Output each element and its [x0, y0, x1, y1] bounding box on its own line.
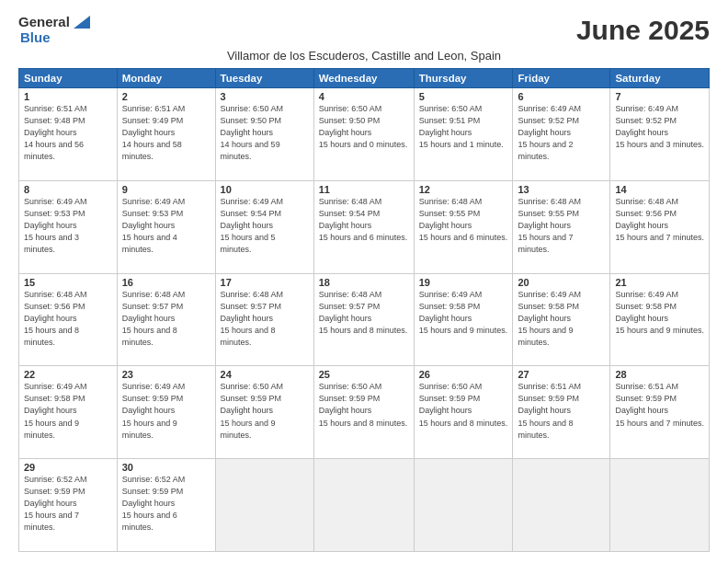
day-info: Sunrise: 6:51 AMSunset: 9:48 PMDaylight …: [24, 103, 112, 163]
table-row: 4Sunrise: 6:50 AMSunset: 9:50 PMDaylight…: [313, 88, 414, 181]
day-number: 22: [24, 369, 112, 380]
table-row: 3Sunrise: 6:50 AMSunset: 9:50 PMDaylight…: [215, 88, 313, 181]
day-number: 19: [419, 277, 508, 288]
title-block: June 2025: [576, 15, 710, 45]
day-info: Sunrise: 6:52 AMSunset: 9:59 PMDaylight …: [24, 474, 112, 534]
header: General Blue June 2025: [18, 15, 710, 45]
day-number: 29: [24, 462, 112, 473]
day-number: 27: [518, 369, 605, 380]
table-row: 8Sunrise: 6:49 AMSunset: 9:53 PMDaylight…: [19, 180, 118, 273]
table-row: 29Sunrise: 6:52 AMSunset: 9:59 PMDayligh…: [19, 459, 118, 552]
table-row: 11Sunrise: 6:48 AMSunset: 9:54 PMDayligh…: [313, 180, 414, 273]
col-tuesday: Tuesday: [215, 69, 313, 88]
table-row: 2Sunrise: 6:51 AMSunset: 9:49 PMDaylight…: [117, 88, 215, 181]
calendar-header-row: Sunday Monday Tuesday Wednesday Thursday…: [19, 69, 710, 88]
table-row: 17Sunrise: 6:48 AMSunset: 9:57 PMDayligh…: [215, 273, 313, 366]
day-info: Sunrise: 6:49 AMSunset: 9:58 PMDaylight …: [419, 289, 508, 337]
day-number: 4: [319, 91, 409, 102]
table-row: 20Sunrise: 6:49 AMSunset: 9:58 PMDayligh…: [513, 273, 610, 366]
table-row: 9Sunrise: 6:49 AMSunset: 9:53 PMDaylight…: [117, 180, 215, 273]
page: General Blue June 2025 Villamor de los E…: [0, 0, 728, 563]
col-sunday: Sunday: [19, 69, 118, 88]
day-number: 1: [24, 91, 112, 102]
day-info: Sunrise: 6:51 AMSunset: 9:49 PMDaylight …: [122, 103, 210, 163]
day-number: 10: [221, 184, 309, 195]
day-info: Sunrise: 6:49 AMSunset: 9:58 PMDaylight …: [615, 289, 704, 337]
day-number: 16: [122, 277, 210, 288]
day-info: Sunrise: 6:50 AMSunset: 9:50 PMDaylight …: [319, 103, 409, 151]
day-info: Sunrise: 6:50 AMSunset: 9:59 PMDaylight …: [319, 381, 409, 429]
calendar-table: Sunday Monday Tuesday Wednesday Thursday…: [18, 68, 710, 552]
calendar-row: 22Sunrise: 6:49 AMSunset: 9:58 PMDayligh…: [19, 366, 710, 459]
table-row: 1Sunrise: 6:51 AMSunset: 9:48 PMDaylight…: [19, 88, 118, 181]
day-info: Sunrise: 6:52 AMSunset: 9:59 PMDaylight …: [122, 474, 210, 534]
table-row: 7Sunrise: 6:49 AMSunset: 9:52 PMDaylight…: [610, 88, 710, 181]
table-row: 14Sunrise: 6:48 AMSunset: 9:56 PMDayligh…: [610, 180, 710, 273]
table-row: [313, 459, 414, 552]
day-info: Sunrise: 6:48 AMSunset: 9:57 PMDaylight …: [319, 289, 409, 337]
calendar-row: 15Sunrise: 6:48 AMSunset: 9:56 PMDayligh…: [19, 273, 710, 366]
day-info: Sunrise: 6:48 AMSunset: 9:57 PMDaylight …: [122, 289, 210, 349]
table-row: 28Sunrise: 6:51 AMSunset: 9:59 PMDayligh…: [610, 366, 710, 459]
col-thursday: Thursday: [414, 69, 513, 88]
day-number: 8: [24, 184, 112, 195]
table-row: 27Sunrise: 6:51 AMSunset: 9:59 PMDayligh…: [513, 366, 610, 459]
month-title: June 2025: [576, 15, 710, 45]
day-number: 21: [615, 277, 704, 288]
day-number: 7: [615, 91, 704, 102]
col-friday: Friday: [513, 69, 610, 88]
day-info: Sunrise: 6:50 AMSunset: 9:59 PMDaylight …: [221, 381, 309, 441]
day-number: 28: [615, 369, 704, 380]
day-info: Sunrise: 6:50 AMSunset: 9:50 PMDaylight …: [221, 103, 309, 163]
day-number: 5: [419, 91, 508, 102]
table-row: 12Sunrise: 6:48 AMSunset: 9:55 PMDayligh…: [414, 180, 513, 273]
day-number: 12: [419, 184, 508, 195]
day-info: Sunrise: 6:50 AMSunset: 9:59 PMDaylight …: [419, 381, 508, 429]
day-number: 15: [24, 277, 112, 288]
table-row: 16Sunrise: 6:48 AMSunset: 9:57 PMDayligh…: [117, 273, 215, 366]
calendar-row: 29Sunrise: 6:52 AMSunset: 9:59 PMDayligh…: [19, 459, 710, 552]
day-number: 3: [221, 91, 309, 102]
day-info: Sunrise: 6:48 AMSunset: 9:55 PMDaylight …: [419, 196, 508, 244]
table-row: 13Sunrise: 6:48 AMSunset: 9:55 PMDayligh…: [513, 180, 610, 273]
logo-icon: [74, 16, 90, 29]
day-info: Sunrise: 6:50 AMSunset: 9:51 PMDaylight …: [419, 103, 508, 151]
table-row: 5Sunrise: 6:50 AMSunset: 9:51 PMDaylight…: [414, 88, 513, 181]
table-row: 6Sunrise: 6:49 AMSunset: 9:52 PMDaylight…: [513, 88, 610, 181]
day-number: 2: [122, 91, 210, 102]
col-wednesday: Wednesday: [313, 69, 414, 88]
day-number: 26: [419, 369, 508, 380]
logo: General Blue: [18, 15, 90, 45]
day-info: Sunrise: 6:49 AMSunset: 9:58 PMDaylight …: [518, 289, 605, 349]
day-info: Sunrise: 6:48 AMSunset: 9:56 PMDaylight …: [24, 289, 112, 349]
table-row: 22Sunrise: 6:49 AMSunset: 9:58 PMDayligh…: [19, 366, 118, 459]
table-row: 26Sunrise: 6:50 AMSunset: 9:59 PMDayligh…: [414, 366, 513, 459]
subtitle: Villamor de los Escuderos, Castille and …: [18, 49, 710, 63]
day-info: Sunrise: 6:49 AMSunset: 9:53 PMDaylight …: [122, 196, 210, 256]
table-row: 23Sunrise: 6:49 AMSunset: 9:59 PMDayligh…: [117, 366, 215, 459]
day-number: 30: [122, 462, 210, 473]
day-info: Sunrise: 6:49 AMSunset: 9:54 PMDaylight …: [221, 196, 309, 256]
calendar-row: 8Sunrise: 6:49 AMSunset: 9:53 PMDaylight…: [19, 180, 710, 273]
table-row: 18Sunrise: 6:48 AMSunset: 9:57 PMDayligh…: [313, 273, 414, 366]
day-info: Sunrise: 6:49 AMSunset: 9:58 PMDaylight …: [24, 381, 112, 441]
col-saturday: Saturday: [610, 69, 710, 88]
day-info: Sunrise: 6:51 AMSunset: 9:59 PMDaylight …: [615, 381, 704, 429]
day-number: 11: [319, 184, 409, 195]
logo-general: General: [18, 15, 70, 30]
table-row: 21Sunrise: 6:49 AMSunset: 9:58 PMDayligh…: [610, 273, 710, 366]
table-row: 19Sunrise: 6:49 AMSunset: 9:58 PMDayligh…: [414, 273, 513, 366]
day-number: 17: [221, 277, 309, 288]
table-row: [610, 459, 710, 552]
table-row: 15Sunrise: 6:48 AMSunset: 9:56 PMDayligh…: [19, 273, 118, 366]
svg-marker-0: [74, 16, 90, 29]
col-monday: Monday: [117, 69, 215, 88]
day-info: Sunrise: 6:51 AMSunset: 9:59 PMDaylight …: [518, 381, 605, 441]
table-row: [513, 459, 610, 552]
day-info: Sunrise: 6:48 AMSunset: 9:56 PMDaylight …: [615, 196, 704, 244]
table-row: 30Sunrise: 6:52 AMSunset: 9:59 PMDayligh…: [117, 459, 215, 552]
table-row: [215, 459, 313, 552]
day-number: 6: [518, 91, 605, 102]
table-row: [414, 459, 513, 552]
table-row: 24Sunrise: 6:50 AMSunset: 9:59 PMDayligh…: [215, 366, 313, 459]
